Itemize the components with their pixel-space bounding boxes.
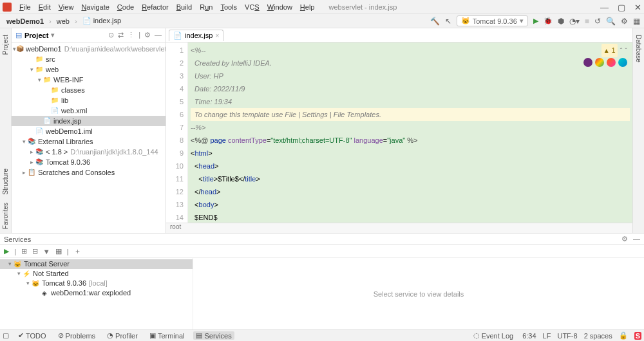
cursor-pos[interactable]: 6:34 <box>522 332 536 340</box>
services-group-icon[interactable]: ▦ <box>55 247 62 255</box>
line-gutter: 123456789101112131415 <box>166 42 188 223</box>
services-expand-icon[interactable]: ⊞ <box>21 247 27 255</box>
encoding[interactable]: UTF-8 <box>557 332 577 340</box>
hide-icon[interactable]: — <box>155 31 162 39</box>
tree-row[interactable]: ▾📁WEB-INF <box>12 75 166 85</box>
menu-window[interactable]: Window <box>263 2 296 12</box>
gear-icon[interactable]: ⚙ <box>144 31 151 39</box>
menu-run[interactable]: Run <box>196 2 216 12</box>
ime-icon[interactable]: S <box>634 332 641 340</box>
statusbar: ▢ ✔ TODO ⊘ Problems ◔ Profiler ▣ Termina… <box>0 329 644 341</box>
tree-row[interactable]: ▾📚External Libraries <box>12 136 166 147</box>
run-config-dropdown[interactable]: 🐱 Tomcat 9.0.36 ▾ <box>457 15 528 26</box>
service-row[interactable]: ▾⚡Not Started <box>0 269 193 279</box>
debug-button[interactable]: 🐞 <box>544 17 553 25</box>
tree-row[interactable]: ▸📋Scratches and Consoles <box>12 167 166 178</box>
browser-icons[interactable] <box>583 58 627 67</box>
tab-eventlog[interactable]: ◌ Event Log <box>471 331 516 340</box>
tab-problems[interactable]: ⊘ Problems <box>55 331 98 340</box>
select-icon[interactable]: ⇄ <box>118 31 124 39</box>
search-icon[interactable]: 🔍 <box>606 17 616 26</box>
navbar: webDemo1 › web › 📄 index.jsp 🔨 ↖ 🐱 Tomca… <box>0 14 644 28</box>
line-sep[interactable]: LF <box>543 332 551 340</box>
services-run-button[interactable]: ▶ <box>4 247 9 255</box>
tab-database[interactable]: Database <box>635 35 642 62</box>
tab-services[interactable]: ▤ Services <box>193 331 234 340</box>
run-button[interactable]: ▶ <box>533 17 538 25</box>
browser-edge-icon <box>618 58 627 67</box>
tree-row[interactable]: 📄web.xml <box>12 106 166 116</box>
lock-icon[interactable]: 🔒 <box>619 331 628 340</box>
back-icon[interactable]: ↖ <box>445 17 451 26</box>
service-row[interactable]: ◈webDemo1:war exploded <box>0 288 193 298</box>
browser-chrome-icon <box>595 58 604 67</box>
chevron-up-icon[interactable]: ˆ <box>620 44 623 57</box>
close-icon[interactable]: × <box>215 32 219 39</box>
menu-navigate[interactable]: Navigate <box>77 2 113 12</box>
indent[interactable]: 2 spaces <box>584 332 612 340</box>
collapse-icon[interactable]: ⊙ <box>108 31 114 39</box>
ide-icon[interactable]: ▦ <box>633 17 640 26</box>
tree-row[interactable]: 📁lib <box>12 95 166 106</box>
tree-row[interactable]: ▸📚Tomcat 9.0.36 <box>12 157 166 167</box>
menu-file[interactable]: File <box>15 2 35 12</box>
code-area[interactable]: ▲ 1 ˆ ˇ <%-- Created by IntelliJ IDEA. U… <box>188 42 632 223</box>
services-gear-icon[interactable]: ⚙ <box>621 235 628 243</box>
chevron-down-icon[interactable]: ˇ <box>625 44 627 57</box>
service-row[interactable]: ▾🐱Tomcat Server <box>0 259 193 269</box>
settings-icon[interactable]: ⚙ <box>621 17 628 26</box>
services-collapse-icon[interactable]: ⊟ <box>32 247 38 255</box>
menu-vcs[interactable]: VCS <box>241 2 263 12</box>
minimize-button[interactable]: — <box>600 3 609 12</box>
menu-help[interactable]: Help <box>296 2 319 12</box>
tree-row[interactable]: ▾📁web <box>12 64 166 75</box>
tree-row[interactable]: 📁classes <box>12 85 166 95</box>
tab-profiler[interactable]: ◔ Profiler <box>104 331 140 340</box>
breadcrumb: webDemo1 › web › 📄 index.jsp <box>4 16 124 26</box>
project-tree[interactable]: ▾📦webDemo1D:\ruanjian\idea\work\webservl… <box>12 42 166 233</box>
tree-row[interactable]: 📄index.jsp <box>12 116 166 126</box>
project-panel: ▤ Project ▾ ⊙ ⇄ ⋮ | ⚙ — ▾📦webDemo1D:\rua… <box>12 28 166 233</box>
left-toolwindow-bar: Project Structure Favorites <box>0 28 12 233</box>
tree-row[interactable]: 📁src <box>12 54 166 64</box>
tab-structure[interactable]: Structure <box>2 169 9 195</box>
right-toolwindow-bar: Database <box>632 28 644 233</box>
browser-firefox-icon <box>607 58 616 67</box>
menu-edit[interactable]: Edit <box>35 2 55 12</box>
services-tree[interactable]: ▾🐱Tomcat Server▾⚡Not Started▾🐱Tomcat 9.0… <box>0 258 193 329</box>
crumb-file[interactable]: 📄 index.jsp <box>80 16 124 26</box>
warning-badge[interactable]: ▲ 1 <box>601 44 618 57</box>
editor-crumb[interactable]: root <box>166 223 632 233</box>
tab-terminal[interactable]: ▣ Terminal <box>147 331 187 340</box>
menubar: File Edit View Navigate Code Refactor Bu… <box>0 0 644 14</box>
vcs-icon[interactable]: ↺ <box>594 17 601 26</box>
coverage-icon[interactable]: ⬢ <box>558 17 564 26</box>
tab-project[interactable]: Project <box>2 35 9 55</box>
editor-tab-index[interactable]: 📄 index.jsp × <box>169 30 223 41</box>
profile-icon[interactable]: ◔▾ <box>569 17 580 26</box>
menu-code[interactable]: Code <box>113 2 138 12</box>
crumb-root[interactable]: webDemo1 <box>4 17 46 26</box>
menu-tools[interactable]: Tools <box>216 2 241 12</box>
maximize-button[interactable]: ▢ <box>618 3 625 12</box>
close-button[interactable]: ✕ <box>634 3 641 12</box>
menu-refactor[interactable]: Refactor <box>138 2 173 12</box>
tree-row[interactable]: ▸📚< 1.8 >D:\ruanjian\jdk\jdk1.8.0_144 <box>12 147 166 157</box>
tab-todo[interactable]: ✔ TODO <box>15 331 49 340</box>
services-title: Services <box>4 235 31 243</box>
expand-icon[interactable]: ⋮ <box>128 31 135 39</box>
build-icon[interactable]: 🔨 <box>430 17 440 26</box>
stop-button[interactable]: ■ <box>585 17 589 26</box>
services-hide-icon[interactable]: — <box>633 235 640 243</box>
toolwindow-icon[interactable]: ▢ <box>3 331 9 340</box>
tab-favorites[interactable]: Favorites <box>2 203 9 229</box>
services-add-icon[interactable]: ＋ <box>74 246 81 256</box>
services-filter-icon[interactable]: ▼ <box>43 248 50 255</box>
menu-build[interactable]: Build <box>173 2 196 12</box>
crumb-mid[interactable]: web <box>54 17 72 26</box>
menu-view[interactable]: View <box>55 2 78 12</box>
service-row[interactable]: ▾🐱Tomcat 9.0.36 [local] <box>0 279 193 288</box>
tree-row[interactable]: 📄webDemo1.iml <box>12 126 166 136</box>
services-detail: Select service to view details <box>193 258 644 329</box>
tree-row[interactable]: ▾📦webDemo1D:\ruanjian\idea\work\webservl… <box>12 44 166 54</box>
